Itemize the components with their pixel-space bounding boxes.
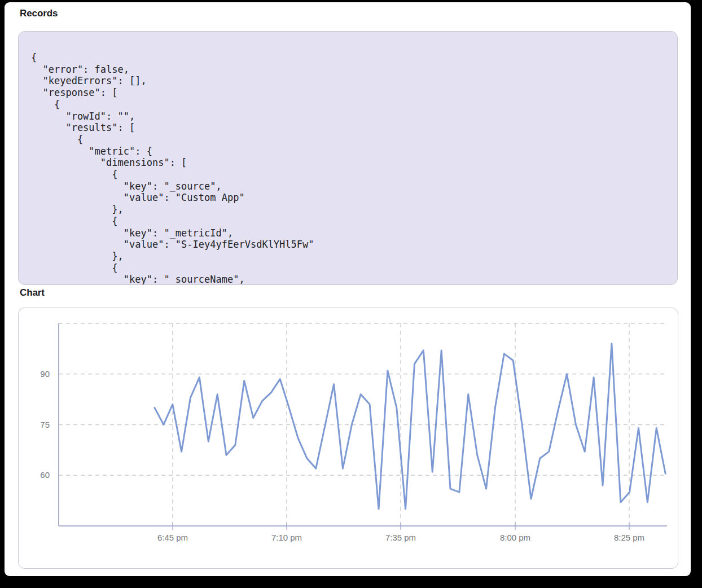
x-tick-label: 8:25 pm — [614, 533, 644, 542]
records-section-title: Records — [20, 8, 58, 19]
x-tick-label: 6:45 pm — [157, 533, 188, 542]
chart-section-title: Chart — [20, 287, 45, 299]
chart-card: 6075906:45 pm7:10 pm7:35 pm8:00 pm8:25 p… — [18, 308, 678, 569]
chart-plot[interactable]: 6075906:45 pm7:10 pm7:35 pm8:00 pm8:25 p… — [19, 308, 678, 568]
records-json-viewer[interactable]: { "error": false, "keyedErrors": [], "re… — [18, 31, 678, 285]
y-tick-label: 75 — [40, 420, 50, 429]
y-tick-label: 90 — [40, 369, 50, 379]
metric-line-series — [155, 344, 665, 509]
x-tick-label: 7:10 pm — [271, 533, 302, 542]
x-tick-label: 7:35 pm — [385, 533, 416, 542]
app-window: Records { "error": false, "keyedErrors":… — [5, 2, 691, 576]
records-json-code: { "error": false, "keyedErrors": [], "re… — [19, 32, 677, 285]
x-tick-label: 8:00 pm — [500, 533, 530, 542]
y-tick-label: 60 — [40, 470, 50, 480]
